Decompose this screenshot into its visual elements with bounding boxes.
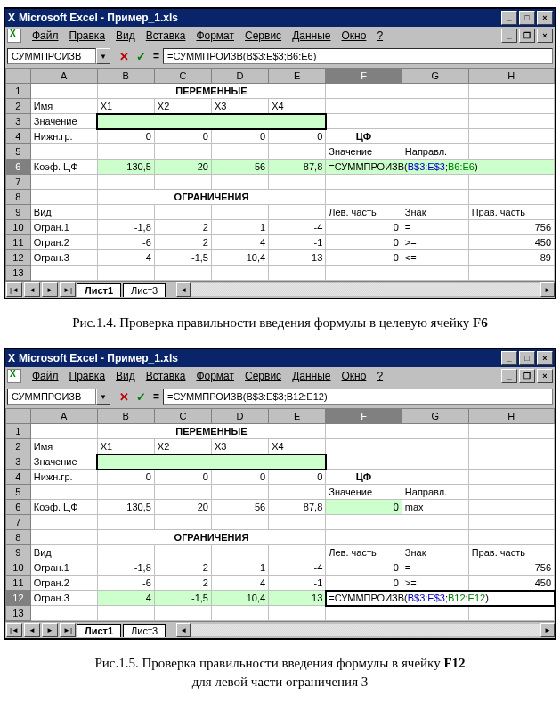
row-9-header[interactable]: 9 <box>6 545 31 560</box>
cell[interactable]: -1,8 <box>97 560 154 576</box>
col-G-header[interactable]: G <box>402 69 468 84</box>
cell[interactable]: >= <box>402 576 468 591</box>
col-B-header[interactable]: B <box>97 409 154 424</box>
menu-view[interactable]: Вид <box>110 370 141 382</box>
row-13-header[interactable]: 13 <box>6 606 31 621</box>
mdi-close-button[interactable]: × <box>537 29 553 43</box>
value-range[interactable] <box>97 454 326 470</box>
active-cell-F12[interactable]: =СУММПРОИЗВ(B$3:E$3;B12:E12) <box>326 591 555 606</box>
cell[interactable]: -1,5 <box>154 591 211 606</box>
row-5-header[interactable]: 5 <box>6 144 31 160</box>
cell[interactable]: 0 <box>154 470 211 485</box>
cell[interactable]: 87,8 <box>269 160 326 175</box>
cell[interactable]: 0 <box>326 560 402 576</box>
scroll-right-icon[interactable]: ► <box>540 282 555 297</box>
col-D-header[interactable]: D <box>211 409 268 424</box>
cell[interactable]: 4 <box>211 576 268 591</box>
col-F-header[interactable]: F <box>326 409 402 424</box>
select-all[interactable] <box>6 69 31 84</box>
col-E-header[interactable]: E <box>269 69 326 84</box>
cell[interactable]: 0 <box>211 470 268 485</box>
row-7-header[interactable]: 7 <box>6 175 31 190</box>
cell[interactable]: Огран.3 <box>30 250 97 266</box>
row-8-header[interactable]: 8 <box>6 530 31 545</box>
cell[interactable]: 0 <box>211 129 268 144</box>
cell[interactable]: = <box>402 560 468 576</box>
col-D-header[interactable]: D <box>211 69 268 84</box>
formula-input[interactable]: =СУММПРОИЗВ(B$3:E$3;B12:E12) <box>163 389 553 405</box>
tab-nav-prev-icon[interactable]: ◄ <box>24 282 40 297</box>
menu-edit[interactable]: Правка <box>64 370 111 382</box>
menu-help[interactable]: ? <box>371 29 388 42</box>
row-3-header[interactable]: 3 <box>6 114 31 129</box>
row-6-header[interactable]: 6 <box>6 500 31 515</box>
document-icon[interactable] <box>7 29 21 43</box>
col-H-header[interactable]: H <box>468 409 554 424</box>
formula-input[interactable]: =СУММПРОИЗВ(B$3:E$3;B6:E6) <box>163 48 553 64</box>
cell[interactable]: 89 <box>468 250 554 266</box>
close-button[interactable]: × <box>537 11 553 25</box>
tab-nav-last-icon[interactable]: ►| <box>60 282 76 297</box>
scroll-right-icon[interactable]: ► <box>540 623 555 637</box>
horizontal-scrollbar[interactable]: ◄ ► <box>176 282 555 297</box>
cell[interactable]: <= <box>402 250 468 266</box>
cell[interactable]: 56 <box>211 160 268 175</box>
cell[interactable]: -6 <box>97 576 154 591</box>
tab-nav-last-icon[interactable]: ►| <box>60 623 76 637</box>
cell[interactable]: 4 <box>211 235 268 250</box>
sheet-tab-1[interactable]: Лист1 <box>77 624 121 637</box>
cell[interactable]: 56 <box>211 500 268 515</box>
cell[interactable]: 10,4 <box>211 591 268 606</box>
cell[interactable]: = <box>402 220 468 235</box>
cell[interactable]: 0 <box>326 576 402 591</box>
cell[interactable]: 2 <box>154 235 211 250</box>
menu-help[interactable]: ? <box>371 370 388 382</box>
cell[interactable]: 0 <box>154 129 211 144</box>
cell[interactable]: -4 <box>269 220 326 235</box>
scroll-left-icon[interactable]: ◄ <box>176 282 191 297</box>
maximize-button[interactable]: □ <box>519 351 535 365</box>
document-icon[interactable] <box>7 369 21 383</box>
cell[interactable]: -1 <box>269 235 326 250</box>
select-all[interactable] <box>6 409 31 424</box>
row-4-header[interactable]: 4 <box>6 470 31 485</box>
menu-data[interactable]: Данные <box>287 29 336 42</box>
name-box-dropdown-icon[interactable]: ▼ <box>96 389 110 405</box>
cell[interactable]: 13 <box>269 591 326 606</box>
cell[interactable]: >= <box>402 235 468 250</box>
cell[interactable]: 0 <box>269 129 326 144</box>
cell[interactable]: -1 <box>269 576 326 591</box>
cell[interactable]: 756 <box>468 560 554 576</box>
row-3-header[interactable]: 3 <box>6 454 31 470</box>
col-C-header[interactable]: C <box>154 69 211 84</box>
mdi-close-button[interactable]: × <box>537 369 553 383</box>
mdi-restore-button[interactable]: ❐ <box>519 29 535 43</box>
cell[interactable]: 130,5 <box>97 500 154 515</box>
row-11-header[interactable]: 11 <box>6 235 31 250</box>
row-10-header[interactable]: 10 <box>6 560 31 576</box>
active-cell-F6[interactable]: =СУММПРОИЗВ(B$3:E$3;B6:E6) <box>326 160 555 175</box>
cell[interactable]: 4 <box>97 250 154 266</box>
row-8-header[interactable]: 8 <box>6 190 31 205</box>
cell[interactable]: 0 <box>269 470 326 485</box>
cell[interactable]: 10,4 <box>211 250 268 266</box>
horizontal-scrollbar[interactable]: ◄ ► <box>176 623 555 637</box>
cell[interactable]: 20 <box>154 160 211 175</box>
menu-insert[interactable]: Вставка <box>141 370 191 382</box>
cell[interactable]: -4 <box>269 560 326 576</box>
equals-icon[interactable]: = <box>150 50 163 62</box>
cell[interactable]: 1 <box>211 220 268 235</box>
cell[interactable]: 0 <box>326 220 402 235</box>
tab-nav-next-icon[interactable]: ► <box>42 282 58 297</box>
col-A-header[interactable]: A <box>30 409 97 424</box>
row-12-header[interactable]: 12 <box>6 250 31 266</box>
cell[interactable]: -1,5 <box>154 250 211 266</box>
tab-nav-prev-icon[interactable]: ◄ <box>24 623 40 637</box>
cancel-formula-icon[interactable]: ✕ <box>116 50 133 63</box>
value-range[interactable] <box>97 114 326 129</box>
cell[interactable]: 4 <box>97 591 154 606</box>
cell[interactable]: Огран.2 <box>30 235 97 250</box>
cell[interactable]: 13 <box>269 250 326 266</box>
tab-nav-first-icon[interactable]: |◄ <box>6 623 22 637</box>
menu-file[interactable]: Файл <box>27 29 64 42</box>
